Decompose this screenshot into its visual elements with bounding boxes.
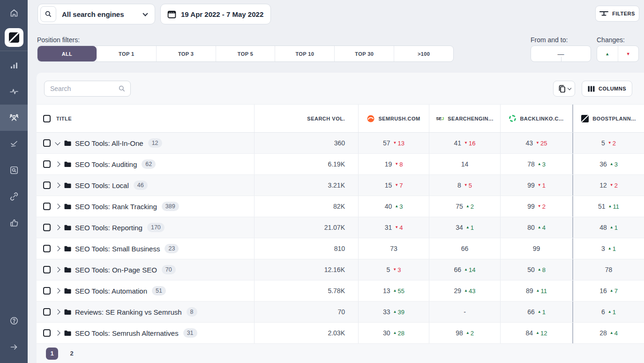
column-search-vol[interactable]: SEARCH VOL. bbox=[254, 105, 358, 132]
position-value: 33 bbox=[383, 308, 390, 316]
filters-button[interactable]: FILTERS bbox=[595, 6, 639, 22]
row-expand-chevron-icon[interactable] bbox=[55, 161, 60, 166]
row-expand-chevron-icon[interactable] bbox=[55, 204, 60, 209]
row-checkbox[interactable] bbox=[43, 160, 51, 168]
position-cell: 78▲3 bbox=[500, 154, 572, 174]
date-range-label: 19 Apr 2022 - 7 May 2022 bbox=[181, 10, 263, 18]
position-cell: 78 bbox=[572, 259, 644, 280]
keyword-count-badge: 389 bbox=[162, 202, 179, 211]
position-cell: 43▼25 bbox=[500, 133, 572, 153]
help-icon[interactable] bbox=[0, 308, 28, 334]
trend-triangle-icon: ▼ bbox=[395, 162, 398, 166]
row-title[interactable]: SEO Tools: Semrush Alternatives bbox=[75, 329, 179, 337]
row-expand-chevron-icon[interactable] bbox=[55, 140, 60, 145]
row-title[interactable]: SEO Tools: Auditing bbox=[75, 160, 137, 168]
position-value: 5 bbox=[601, 139, 605, 147]
search-engine-dropdown[interactable]: All search engines bbox=[37, 4, 155, 24]
column-searchengine[interactable]: SEJ SEARCHENGIN... bbox=[429, 105, 500, 132]
table-row: SEO Tools: Automation 51 5.78K 13▲55 29▲… bbox=[37, 280, 644, 302]
position-cell: 80▲4 bbox=[500, 217, 572, 238]
row-title[interactable]: SEO Tools: Rank Tracking bbox=[75, 203, 157, 211]
column-backlinko[interactable]: BACKLINKO.C... bbox=[500, 105, 572, 132]
trend-triangle-icon: ▼ bbox=[536, 141, 539, 145]
position-delta: ▲12 bbox=[536, 330, 547, 337]
keyword-count-badge: 62 bbox=[142, 159, 156, 169]
boostplanner-logo-icon bbox=[9, 32, 19, 43]
select-all-checkbox[interactable] bbox=[43, 115, 51, 122]
row-title[interactable]: SEO Tools: Reporting bbox=[75, 224, 142, 232]
tasks-check-icon[interactable] bbox=[0, 131, 28, 157]
export-button[interactable] bbox=[553, 81, 575, 97]
position-value: 73 bbox=[390, 245, 397, 252]
changes-up-button[interactable]: ▲ bbox=[597, 46, 618, 61]
thumbs-up-icon[interactable] bbox=[0, 210, 28, 236]
column-semrush[interactable]: SEMRUSH.COM bbox=[358, 105, 429, 132]
position-cell: 13▲55 bbox=[358, 280, 429, 301]
table-body: SEO Tools: All-In-One 12 360 57▼13 41▼16… bbox=[37, 133, 644, 344]
trend-triangle-icon: ▼ bbox=[393, 268, 397, 272]
folder-icon bbox=[64, 225, 71, 231]
date-range-picker[interactable]: 19 Apr 2022 - 7 May 2022 bbox=[160, 4, 271, 24]
page-button-2[interactable]: 2 bbox=[66, 348, 78, 360]
position-filter-top-5[interactable]: TOP 5 bbox=[216, 46, 275, 61]
column-boostplanner[interactable]: BOOSTPLANN... bbox=[572, 105, 644, 132]
competitors-icon[interactable] bbox=[0, 105, 28, 131]
bar-chart-icon[interactable] bbox=[0, 52, 28, 78]
search-volume-cell: 810 bbox=[254, 238, 358, 259]
link-icon[interactable] bbox=[0, 183, 28, 210]
position-delta: ▲11 bbox=[608, 203, 619, 210]
position-filter-top-10[interactable]: TOP 10 bbox=[275, 46, 334, 61]
activity-icon[interactable] bbox=[0, 78, 28, 105]
row-title[interactable]: Reviews: SE Ranking vs Semrush bbox=[75, 308, 182, 316]
search-square-icon[interactable] bbox=[0, 157, 28, 183]
page-button-1[interactable]: 1 bbox=[46, 348, 58, 360]
position-filter-all[interactable]: ALL bbox=[37, 46, 97, 61]
row-expand-chevron-icon[interactable] bbox=[55, 330, 60, 335]
row-checkbox[interactable] bbox=[43, 266, 51, 273]
position-filter-100[interactable]: >100 bbox=[394, 46, 453, 61]
position-delta: ▲1 bbox=[610, 224, 618, 231]
trend-triangle-icon: ▲ bbox=[610, 162, 614, 166]
row-title[interactable]: SEO Tools: Automation bbox=[75, 287, 147, 295]
row-expand-chevron-icon[interactable] bbox=[55, 267, 60, 272]
search-icon bbox=[118, 85, 126, 92]
row-expand-chevron-icon[interactable] bbox=[55, 246, 60, 251]
changes-down-button[interactable]: ▼ bbox=[618, 46, 639, 61]
position-value: 51 bbox=[598, 203, 606, 210]
row-checkbox[interactable] bbox=[43, 245, 51, 252]
collapse-arrow-icon[interactable] bbox=[0, 334, 28, 360]
row-checkbox[interactable] bbox=[43, 287, 51, 295]
row-expand-chevron-icon[interactable] bbox=[55, 225, 60, 230]
row-checkbox[interactable] bbox=[43, 329, 51, 337]
row-title[interactable]: SEO Tools: All-In-One bbox=[75, 139, 143, 147]
row-title[interactable]: SEO Tools: Small Business bbox=[75, 245, 160, 253]
position-value: 78 bbox=[527, 160, 535, 168]
row-checkbox[interactable] bbox=[43, 182, 51, 189]
row-expand-chevron-icon[interactable] bbox=[55, 288, 60, 293]
row-expand-chevron-icon[interactable] bbox=[55, 182, 60, 188]
row-title[interactable]: SEO Tools: On-Page SEO bbox=[75, 266, 157, 274]
row-expand-chevron-icon[interactable] bbox=[55, 309, 60, 314]
row-checkbox[interactable] bbox=[43, 224, 51, 231]
keyword-count-badge: 70 bbox=[162, 265, 176, 274]
position-filter-top-1[interactable]: TOP 1 bbox=[97, 46, 156, 61]
changes-filter: ▲ ▼ bbox=[597, 45, 639, 62]
position-delta: ▼8 bbox=[395, 161, 403, 168]
trend-triangle-icon: ▲ bbox=[610, 226, 614, 229]
trend-triangle-icon: ▲ bbox=[610, 289, 614, 293]
row-checkbox[interactable] bbox=[43, 203, 51, 210]
from-to-input[interactable]: — bbox=[531, 45, 591, 62]
row-checkbox[interactable] bbox=[43, 308, 51, 316]
row-checkbox[interactable] bbox=[43, 139, 51, 147]
columns-button[interactable]: COLUMNS bbox=[582, 81, 632, 97]
trend-triangle-icon: ▲ bbox=[610, 331, 614, 335]
keyword-count-badge: 12 bbox=[148, 138, 162, 148]
position-delta: ▲8 bbox=[538, 266, 546, 273]
project-logo-icon[interactable] bbox=[5, 28, 23, 47]
row-title[interactable]: SEO Tools: Local bbox=[75, 182, 129, 189]
position-cell: - bbox=[429, 302, 500, 322]
position-filter-top-3[interactable]: TOP 3 bbox=[156, 46, 216, 61]
position-filter-top-30[interactable]: TOP 30 bbox=[334, 46, 394, 61]
search-engine-label: All search engines bbox=[62, 10, 124, 18]
home-icon[interactable] bbox=[0, 0, 28, 26]
